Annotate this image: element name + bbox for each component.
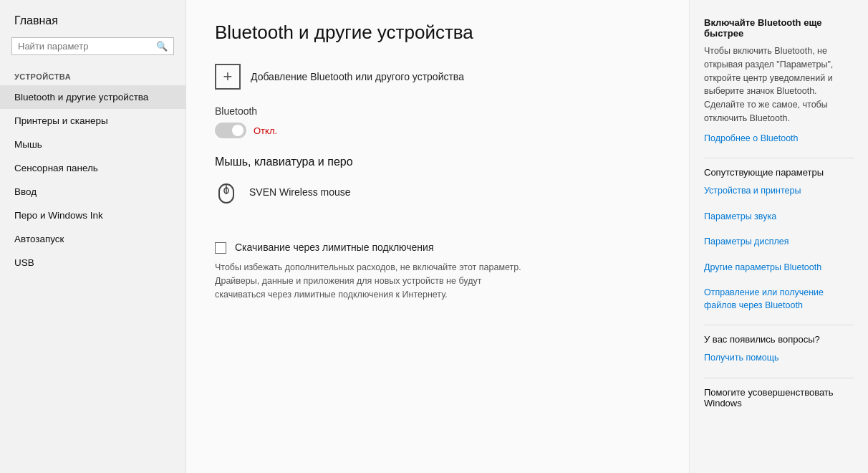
sidebar: Главная 🔍 УСТРОЙСТВА Bluetooth и другие … xyxy=(0,0,186,473)
device-name: SVEN Wireless mouse xyxy=(249,186,351,198)
bluetooth-section-label: Bluetooth xyxy=(215,105,660,117)
bluetooth-status: Откл. xyxy=(254,125,277,136)
link-devices-printers[interactable]: Устройства и принтеры xyxy=(704,185,854,198)
metered-connection-checkbox[interactable] xyxy=(215,242,226,254)
right-panel: Включайте Bluetooth еще быстрее Чтобы вк… xyxy=(689,0,868,473)
device-item-sven[interactable]: SVEN Wireless mouse xyxy=(215,178,660,206)
add-icon: + xyxy=(215,64,241,90)
divider-2 xyxy=(704,325,854,325)
related-title: Сопутствующие параметры xyxy=(704,167,854,178)
checkbox-row: Скачивание через лимитные подключения xyxy=(215,242,660,254)
link-display-settings[interactable]: Параметры дисплея xyxy=(704,236,854,249)
divider-1 xyxy=(704,158,854,158)
add-device-label: Добавление Bluetooth или другого устройс… xyxy=(251,71,464,82)
checkbox-label: Скачивание через лимитные подключения xyxy=(235,242,433,253)
toggle-knob xyxy=(232,125,243,136)
tip-link[interactable]: Подробнее о Bluetooth xyxy=(704,133,854,145)
sidebar-item-bluetooth[interactable]: Bluetooth и другие устройства xyxy=(0,85,185,109)
add-device-button[interactable]: + Добавление Bluetooth или другого устро… xyxy=(215,64,464,90)
sidebar-item-usb[interactable]: USB xyxy=(0,251,185,274)
search-icon: 🔍 xyxy=(156,41,168,52)
tip-text: Чтобы включить Bluetooth, не открывая ра… xyxy=(704,44,854,125)
sidebar-search-container: 🔍 xyxy=(11,37,174,55)
page-title: Bluetooth и другие устройства xyxy=(215,22,660,44)
bluetooth-toggle-row: Откл. xyxy=(215,123,660,138)
link-send-receive-files[interactable]: Отправление или получение файлов через B… xyxy=(704,287,854,312)
sidebar-item-printers[interactable]: Принтеры и сканеры xyxy=(0,109,185,133)
sidebar-item-pen[interactable]: Перо и Windows Ink xyxy=(0,204,185,227)
divider-3 xyxy=(704,378,854,378)
link-other-bluetooth[interactable]: Другие параметры Bluetooth xyxy=(704,262,854,274)
sidebar-item-touchpad[interactable]: Сенсорная панель xyxy=(0,156,185,180)
sidebar-section-title: УСТРОЙСТВА xyxy=(0,65,185,85)
sidebar-home[interactable]: Главная xyxy=(0,0,185,37)
get-help-link[interactable]: Получить помощь xyxy=(704,352,854,365)
questions-title: У вас появились вопросы? xyxy=(704,334,854,345)
mouse-icon xyxy=(215,178,238,206)
improve-title: Помогите усовершенствовать Windows xyxy=(704,387,854,408)
checkbox-description: Чтобы избежать дополнительных расходов, … xyxy=(215,261,530,301)
link-sound-settings[interactable]: Параметры звука xyxy=(704,211,854,224)
sidebar-item-autorun[interactable]: Автозапуск xyxy=(0,227,185,251)
mice-section-heading: Мышь, клавиатура и перо xyxy=(215,156,660,168)
sidebar-item-input[interactable]: Ввод xyxy=(0,180,185,204)
sidebar-item-mouse[interactable]: Мышь xyxy=(0,133,185,156)
bluetooth-toggle[interactable] xyxy=(215,123,246,138)
tip-title: Включайте Bluetooth еще быстрее xyxy=(704,17,854,39)
main-content: Bluetooth и другие устройства + Добавлен… xyxy=(186,0,689,473)
search-input[interactable] xyxy=(18,41,156,52)
